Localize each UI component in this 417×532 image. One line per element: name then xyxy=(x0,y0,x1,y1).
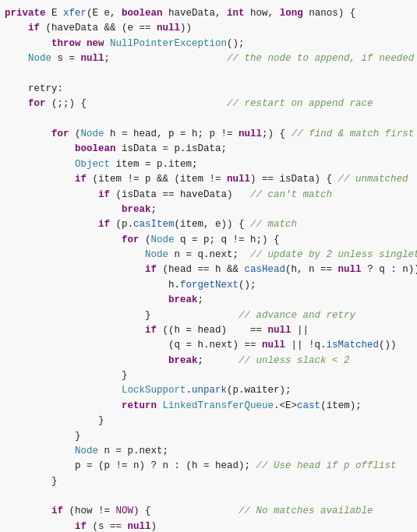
code-line-object: Object item = p.item; xyxy=(0,157,417,172)
code-line-for1: for (;;) { // restart on append race xyxy=(0,97,417,111)
code-line-close4: } xyxy=(0,429,417,444)
code-line-node-n: Node n = q.next; // update by 2 unless s… xyxy=(0,248,417,262)
code-line-1: private E xfer(E e, boolean haveData, in… xyxy=(0,6,417,21)
code-line-for3: for (Node q = p; q != h;) { xyxy=(0,233,417,248)
code-line-4: Node s = null; // the node to append, if… xyxy=(0,51,417,66)
code-line-if2: if (isData == haveData) // can't match xyxy=(0,188,417,203)
code-line-blank2 xyxy=(0,112,417,127)
code-line-for2: for (Node h = head, p = h; p != null;) {… xyxy=(0,127,417,142)
code-line-retry: retry: xyxy=(0,82,417,97)
code-line-1-text: private E xfer(E e, boolean haveData, in… xyxy=(5,6,412,21)
code-line-if5: if ((h = head) == null || xyxy=(0,323,417,338)
code-line-break3: break; // unless slack < 2 xyxy=(0,354,417,368)
code-line-forgetnext: h.forgetNext(); xyxy=(0,278,417,293)
code-line-blank3 xyxy=(0,489,417,504)
code-line-if5b: (q = h.next) == null || !q.isMatched()) xyxy=(0,338,417,353)
code-line-2: if (haveData && (e == null)) xyxy=(0,21,417,36)
code-line-3: throw new NullPointerException(); xyxy=(0,37,417,51)
code-line-close1: } // advance and retry xyxy=(0,308,417,323)
code-line-p-assign: p = (p != n) ? n : (h = head); // Use he… xyxy=(0,459,417,474)
code-line-close5: } xyxy=(0,474,417,489)
code-line-return1: return LinkedTransferQueue.<E>cast(item)… xyxy=(0,399,417,414)
code-container: private E xfer(E e, boolean haveData, in… xyxy=(0,0,417,532)
code-line-if1: if (item != p && (item != null) == isDat… xyxy=(0,172,417,187)
code-line-if4: if (head == h && casHead(h, n == null ? … xyxy=(0,262,417,277)
code-line-close3: } xyxy=(0,414,417,428)
code-line-blank1 xyxy=(0,67,417,82)
code-line-break2: break; xyxy=(0,293,417,308)
code-line-if3: if (p.casItem(item, e)) { // match xyxy=(0,217,417,232)
code-line-locksupport: LockSupport.unpark(p.waiter); xyxy=(0,383,417,398)
code-line-close2: } xyxy=(0,368,417,383)
code-line-if6: if (how != NOW) { // No matches availabl… xyxy=(0,504,417,519)
code-line-node-n2: Node n = p.next; xyxy=(0,444,417,459)
code-line-break1: break; xyxy=(0,203,417,217)
code-line-if7: if (s == null) xyxy=(0,520,417,532)
code-line-boolean: boolean isData = p.isData; xyxy=(0,142,417,157)
